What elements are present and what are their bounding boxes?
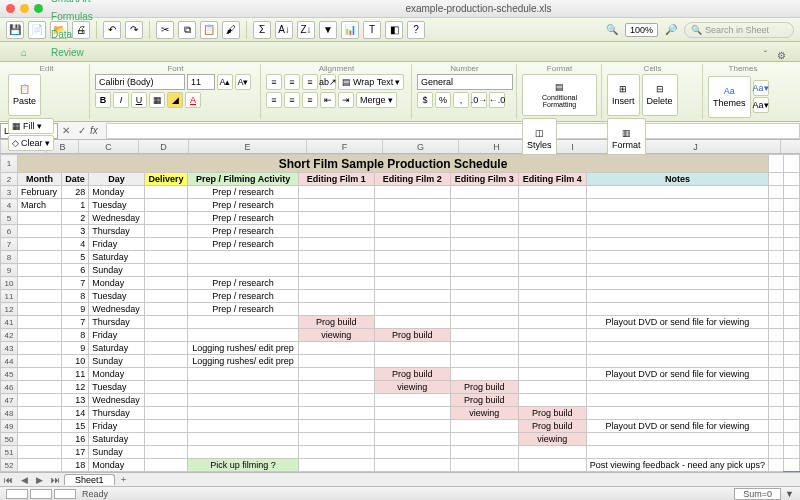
normal-view-icon[interactable]	[6, 489, 28, 499]
cell[interactable]: Saturday	[89, 342, 144, 355]
cell[interactable]: Thursday	[89, 225, 144, 238]
insert-cells-button[interactable]: ⊞Insert	[607, 74, 640, 116]
cell[interactable]	[784, 303, 800, 316]
cell[interactable]	[768, 433, 783, 446]
orientation-icon[interactable]: ab↗	[320, 74, 336, 90]
cell[interactable]	[298, 225, 374, 238]
cell[interactable]: 12	[61, 381, 89, 394]
indent-dec-icon[interactable]: ⇤	[320, 92, 336, 108]
cell[interactable]: 5	[61, 251, 89, 264]
cell[interactable]	[144, 446, 188, 459]
delete-cells-button[interactable]: ⊟Delete	[642, 74, 678, 116]
cell[interactable]: 11	[1, 290, 18, 303]
cell[interactable]	[18, 264, 62, 277]
cell[interactable]	[374, 277, 450, 290]
wrap-text-button[interactable]: ▤ Wrap Text ▾	[338, 74, 404, 90]
cell[interactable]	[586, 446, 768, 459]
cell[interactable]	[374, 303, 450, 316]
cell[interactable]	[298, 303, 374, 316]
cell[interactable]: 16	[61, 433, 89, 446]
cell[interactable]	[784, 459, 800, 472]
cell[interactable]	[768, 407, 783, 420]
cell[interactable]: Monday	[89, 459, 144, 472]
cell[interactable]	[450, 303, 518, 316]
cell[interactable]	[298, 420, 374, 433]
cell[interactable]	[188, 446, 298, 459]
cut-icon[interactable]: ✂	[156, 21, 174, 39]
cell[interactable]: 4	[1, 199, 18, 212]
cell[interactable]	[768, 316, 783, 329]
cell[interactable]	[188, 329, 298, 342]
cell[interactable]	[518, 446, 586, 459]
cell[interactable]	[298, 199, 374, 212]
cell[interactable]	[586, 303, 768, 316]
cell[interactable]	[768, 342, 783, 355]
cell[interactable]: Playout DVD or send file for viewing	[586, 316, 768, 329]
cell[interactable]: 1	[1, 155, 18, 173]
cell[interactable]: Prog build	[374, 329, 450, 342]
sort-asc-icon[interactable]: A↓	[275, 21, 293, 39]
merge-button[interactable]: Merge ▾	[356, 92, 397, 108]
cell[interactable]: Logging rushes/ edit prep	[188, 355, 298, 368]
cell[interactable]	[298, 355, 374, 368]
cell[interactable]: 44	[1, 355, 18, 368]
align-top-icon[interactable]: ≡	[266, 74, 282, 90]
cell[interactable]	[768, 472, 783, 473]
theme-fonts-icon[interactable]: Aa▾	[753, 97, 769, 113]
cell[interactable]	[586, 381, 768, 394]
autosum-icon[interactable]: Σ	[253, 21, 271, 39]
indent-inc-icon[interactable]: ⇥	[338, 92, 354, 108]
cell[interactable]: Prep / research	[188, 212, 298, 225]
cell[interactable]: Sunday	[89, 264, 144, 277]
align-mid-icon[interactable]: ≡	[284, 74, 300, 90]
cell[interactable]: Logging rushes/ edit prep	[188, 342, 298, 355]
cell[interactable]: Friday	[89, 420, 144, 433]
cell[interactable]	[768, 251, 783, 264]
cell[interactable]	[586, 199, 768, 212]
cell[interactable]	[374, 459, 450, 472]
cell[interactable]	[374, 394, 450, 407]
cell[interactable]	[518, 381, 586, 394]
cell[interactable]: 8	[1, 251, 18, 264]
cell[interactable]	[450, 238, 518, 251]
cell[interactable]	[784, 277, 800, 290]
cell[interactable]	[188, 420, 298, 433]
cell[interactable]	[586, 264, 768, 277]
cell[interactable]: Friday	[89, 238, 144, 251]
decimal-dec-icon[interactable]: ←.0	[489, 92, 505, 108]
sort-desc-icon[interactable]: Z↓	[297, 21, 315, 39]
cell[interactable]	[144, 225, 188, 238]
cell[interactable]: Prep / research	[188, 277, 298, 290]
cell[interactable]	[784, 290, 800, 303]
cell[interactable]: 18	[61, 459, 89, 472]
gallery-icon[interactable]: ◧	[385, 21, 403, 39]
cell[interactable]	[518, 238, 586, 251]
column-header-D[interactable]: D	[139, 140, 189, 153]
cell[interactable]: 8	[61, 290, 89, 303]
cell[interactable]	[18, 433, 62, 446]
cell[interactable]	[144, 277, 188, 290]
cell[interactable]: Wednesday	[89, 303, 144, 316]
cell[interactable]	[586, 212, 768, 225]
cell[interactable]	[450, 290, 518, 303]
cell[interactable]	[518, 212, 586, 225]
cell[interactable]	[144, 303, 188, 316]
cell[interactable]	[298, 212, 374, 225]
cell[interactable]	[518, 394, 586, 407]
cell[interactable]	[768, 155, 783, 173]
paste-button[interactable]: 📋Paste	[8, 74, 41, 116]
cell[interactable]	[450, 186, 518, 199]
cell[interactable]: 41	[1, 316, 18, 329]
search-input[interactable]: 🔍 Search in Sheet	[684, 22, 794, 38]
cell[interactable]	[586, 238, 768, 251]
bold-button[interactable]: B	[95, 92, 111, 108]
cell[interactable]: 53	[1, 472, 18, 473]
cell[interactable]	[144, 368, 188, 381]
cell[interactable]: viewing	[450, 407, 518, 420]
ribbon-options-icon[interactable]: ⚙	[773, 50, 790, 61]
cell[interactable]: Monday	[89, 277, 144, 290]
cell[interactable]	[374, 199, 450, 212]
save-icon[interactable]: 💾	[6, 21, 24, 39]
cell[interactable]	[188, 394, 298, 407]
help-icon[interactable]: ?	[407, 21, 425, 39]
